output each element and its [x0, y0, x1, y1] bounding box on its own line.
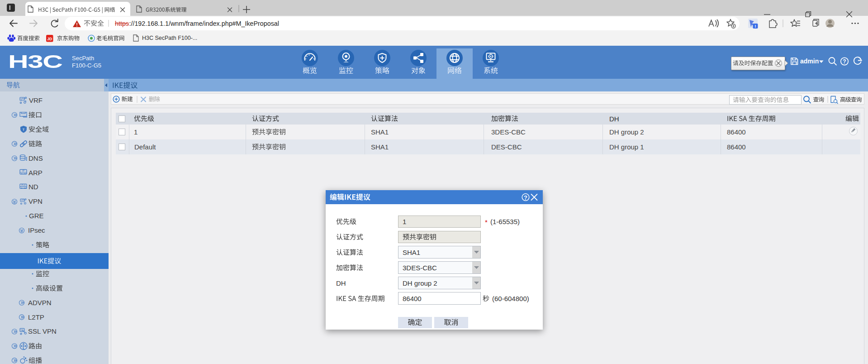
svg-text:T: T	[23, 128, 25, 132]
svg-text:JD: JD	[47, 37, 52, 41]
svg-text:IPv6: IPv6	[21, 184, 25, 187]
svg-text:VPN: VPN	[21, 199, 25, 201]
svg-text:!: !	[755, 24, 756, 29]
svg-text:?: ?	[524, 194, 527, 201]
svg-text:?: ?	[843, 58, 846, 65]
svg-text:SSL: SSL	[20, 329, 24, 331]
svg-text:VRF: VRF	[20, 97, 25, 100]
svg-text:IP: IP	[22, 169, 25, 172]
